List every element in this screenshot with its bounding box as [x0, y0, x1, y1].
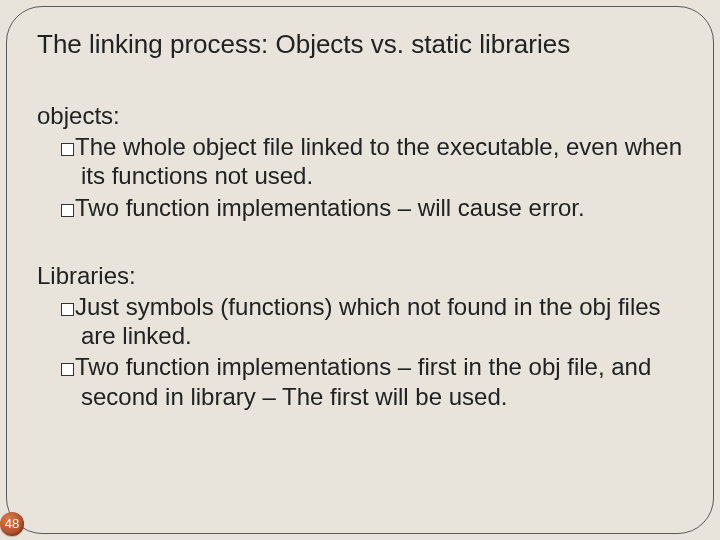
bullet-item: Two function implementations – will caus…: [61, 193, 683, 222]
bullet-item: Two function implementations – first in …: [61, 352, 683, 411]
section-objects-bullets: The whole object file linked to the exec…: [37, 132, 683, 222]
section-libraries-bullets: Just symbols (functions) which not found…: [37, 292, 683, 411]
bullet-text: Two function implementations – will caus…: [75, 194, 585, 221]
bullet-text: Two function implementations – first in …: [75, 353, 651, 409]
page-number-badge: 48: [0, 512, 24, 536]
slide-frame: The linking process: Objects vs. static …: [6, 6, 714, 534]
square-bullet-icon: [61, 204, 74, 217]
bullet-item: The whole object file linked to the exec…: [61, 132, 683, 191]
bullet-text: Just symbols (functions) which not found…: [75, 293, 661, 349]
square-bullet-icon: [61, 303, 74, 316]
section-libraries-label: Libraries:: [37, 262, 683, 290]
bullet-text: The whole object file linked to the exec…: [75, 133, 682, 189]
section-objects-label: objects:: [37, 102, 683, 130]
square-bullet-icon: [61, 143, 74, 156]
bullet-item: Just symbols (functions) which not found…: [61, 292, 683, 351]
square-bullet-icon: [61, 363, 74, 376]
slide-title: The linking process: Objects vs. static …: [37, 29, 683, 60]
